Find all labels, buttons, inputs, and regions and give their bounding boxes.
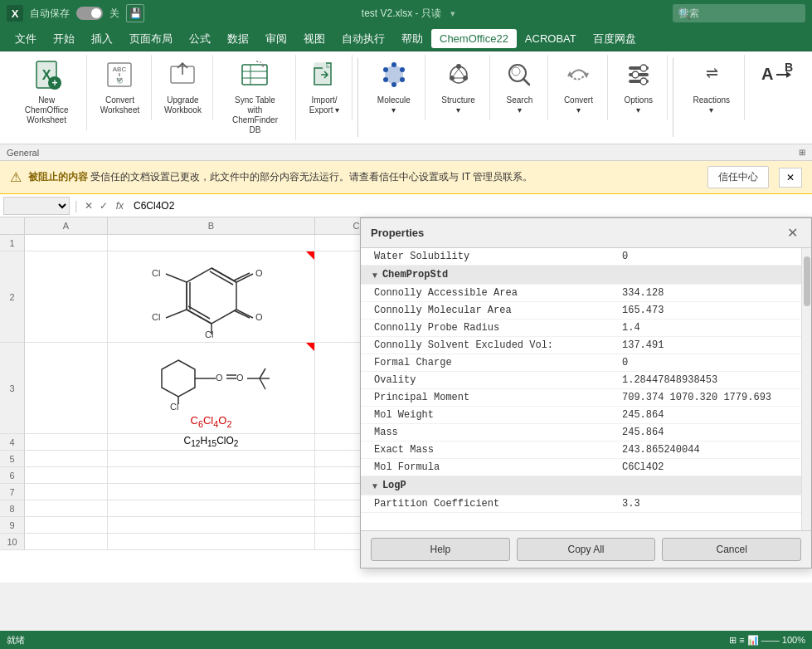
cell-a8[interactable] — [25, 500, 108, 517]
list-item: Partition Coefficient 3.3 — [361, 495, 801, 513]
cell-b7[interactable] — [108, 484, 315, 500]
panel-header: Properties ✕ — [361, 218, 811, 248]
menu-baidu[interactable]: 百度网盘 — [585, 28, 644, 50]
svg-text:B: B — [785, 61, 793, 74]
svg-point-18 — [400, 77, 405, 82]
ribbon-group-ab: A B — [746, 55, 805, 100]
menu-chemoffice[interactable]: ChemOffice22 — [431, 29, 517, 48]
menu-view[interactable]: 视图 — [295, 28, 333, 50]
autosave-toggle[interactable] — [76, 7, 103, 20]
section-logp-arrow: ▼ — [371, 481, 379, 490]
menu-data[interactable]: 数据 — [219, 28, 257, 50]
sync-table-btn[interactable]: Sync Table withChemFinder DB — [221, 56, 288, 139]
cell-b9[interactable] — [108, 517, 315, 534]
trust-center-btn[interactable]: 信任中心 — [707, 166, 769, 188]
cell-b4[interactable]: C12H15ClO2 — [108, 434, 315, 451]
row-header-4: 4 — [0, 434, 25, 451]
cell-a1[interactable] — [25, 235, 108, 251]
cell-a2[interactable] — [25, 251, 108, 343]
menu-autorun[interactable]: 自动执行 — [333, 28, 393, 50]
menu-acrobat[interactable]: ACROBAT — [517, 29, 585, 48]
cell-b1[interactable] — [108, 235, 315, 251]
alert-close-btn[interactable]: ✕ — [779, 168, 802, 188]
molecule-btn[interactable]: Molecule ▾ — [370, 56, 419, 119]
ribbon-group-upgrade: UpgradeWorkbook — [153, 55, 214, 120]
svg-point-16 — [391, 62, 396, 67]
reactions-icon: ⇌ — [697, 60, 727, 94]
svg-point-19 — [391, 82, 396, 87]
svg-text:A: A — [761, 65, 773, 83]
alert-icon: ⚠ — [10, 169, 22, 185]
list-item[interactable]: ▼ LogP — [361, 476, 801, 495]
options-label: Options ▾ — [621, 95, 655, 115]
menu-insert[interactable]: 插入 — [83, 28, 121, 50]
formula-input[interactable] — [130, 200, 809, 212]
options-btn[interactable]: Options ▾ — [616, 56, 660, 119]
svg-text:O: O — [236, 373, 244, 383]
menu-home[interactable]: 开始 — [45, 28, 83, 50]
cancel-btn[interactable]: Cancel — [662, 538, 801, 561]
ab-btn[interactable]: A B — [753, 56, 800, 99]
menu-help[interactable]: 帮助 — [393, 28, 431, 50]
cell-a7[interactable] — [25, 484, 108, 500]
scrollbar-track[interactable] — [801, 248, 811, 530]
menu-layout[interactable]: 页面布局 — [121, 28, 181, 50]
import-export-icon — [309, 60, 339, 94]
cell-b3[interactable]: Cl O O C6Cl4O2 — [108, 343, 315, 434]
convert-worksheet-btn[interactable]: ABC ⬡ ConvertWorksheet — [95, 56, 145, 119]
cell-a4[interactable] — [25, 434, 108, 451]
save-icon[interactable]: 💾 — [126, 4, 144, 22]
panel-body[interactable]: Water Solubility 0 ▼ ChemPropStd Connoll… — [361, 248, 811, 530]
new-chemoffice-worksheet-btn[interactable]: X + New ChemOfficeWorksheet — [13, 56, 80, 129]
copy-all-btn[interactable]: Copy All — [517, 538, 656, 561]
convert-ribbon-icon — [563, 60, 593, 94]
upgrade-workbook-btn[interactable]: UpgradeWorkbook — [159, 56, 207, 119]
molecule-icon — [379, 60, 409, 94]
cell-a6[interactable] — [25, 467, 108, 484]
fx-icon[interactable]: fx — [113, 200, 127, 212]
reactions-btn[interactable]: ⇌ Reactions ▾ — [685, 56, 737, 119]
options-icon — [624, 60, 654, 94]
cell-a3[interactable] — [25, 343, 108, 434]
cell-a10[interactable] — [25, 534, 108, 550]
cell-b5[interactable] — [108, 451, 315, 467]
row-header-6: 6 — [0, 467, 25, 484]
red-triangle-b3 — [306, 343, 314, 351]
scrollbar-thumb[interactable] — [804, 256, 810, 306]
formula-label-row3: C6Cl4O2 — [191, 414, 232, 429]
menu-review[interactable]: 审阅 — [257, 28, 295, 50]
autosave-label: 自动保存 — [30, 7, 70, 21]
search-ribbon-btn[interactable]: Search ▾ — [498, 56, 540, 119]
svg-marker-61 — [162, 360, 195, 397]
corner-cell — [0, 217, 25, 234]
cell-ref-dropdown[interactable] — [3, 197, 70, 215]
ribbon-group-new: X + New ChemOfficeWorksheet — [7, 55, 87, 130]
list-item: Connolly Accessible Area 334.128 — [361, 285, 801, 302]
file-title: test V2.xlsx - 只读 ▾ — [144, 7, 673, 21]
convert-worksheet-icon: ABC ⬡ — [105, 60, 134, 94]
svg-line-30 — [523, 79, 529, 85]
cell-b6[interactable] — [108, 467, 315, 484]
ribbon-group-import: Import/Export ▾ — [298, 55, 353, 120]
cell-b2[interactable]: O O Cl Cl Cl — [108, 251, 315, 343]
status-bar: 就绪 ⊞ ≡ 📊 —— 100% — [0, 631, 812, 649]
cell-b8[interactable] — [108, 500, 315, 517]
menu-file[interactable]: 文件 — [7, 28, 45, 50]
formula-check-icon[interactable]: ✓ — [98, 200, 109, 212]
help-btn[interactable]: Help — [371, 538, 510, 561]
formula-cancel-icon[interactable]: ✕ — [83, 200, 95, 212]
convert-worksheet-label: ConvertWorksheet — [100, 95, 140, 115]
import-export-btn[interactable]: Import/Export ▾ — [304, 56, 345, 119]
cell-b10[interactable] — [108, 534, 315, 550]
svg-point-37 — [640, 78, 647, 85]
cell-a5[interactable] — [25, 451, 108, 467]
convert-ribbon-btn[interactable]: Convert ▾ — [557, 56, 601, 119]
structure-btn[interactable]: Structure ▾ — [434, 56, 483, 119]
cell-a9[interactable] — [25, 517, 108, 534]
search-input[interactable] — [673, 4, 805, 22]
ribbon-expand-icon[interactable]: ⊞ — [799, 148, 805, 157]
panel-close-btn[interactable]: ✕ — [784, 225, 801, 241]
panel-title: Properties — [371, 227, 424, 239]
list-item[interactable]: ▼ ChemPropStd — [361, 266, 801, 285]
menu-formula[interactable]: 公式 — [181, 28, 219, 50]
